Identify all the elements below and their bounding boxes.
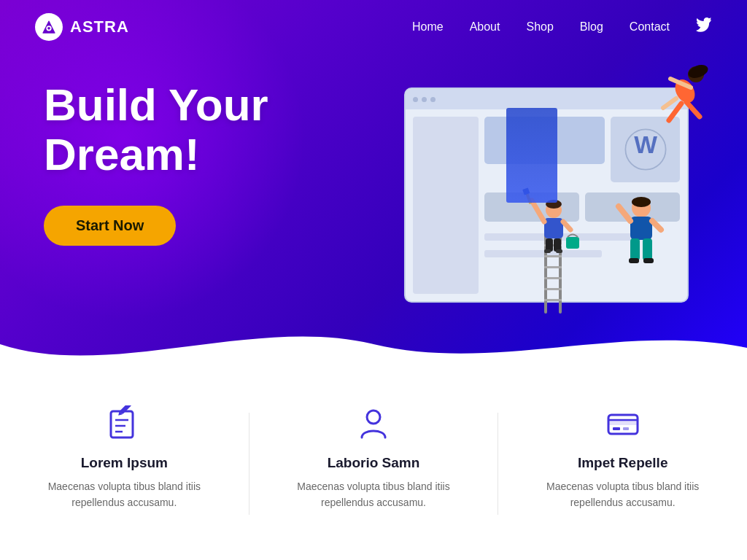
svg-line-39 [686,102,700,117]
svg-rect-11 [544,288,562,290]
svg-text:W: W [634,131,657,158]
svg-rect-51 [613,427,620,430]
svg-rect-20 [566,237,579,249]
feature-1-desc: Maecenas volupta tibus bland itiis repel… [44,478,204,511]
logo[interactable]: ASTRA [35,13,129,41]
nav-blog[interactable]: Blog [580,20,603,34]
nav-home[interactable]: Home [412,20,444,34]
svg-rect-33 [643,258,654,263]
paint-area [506,108,557,203]
svg-line-17 [563,222,570,230]
twitter-icon[interactable] [696,18,712,37]
header: ASTRA Home About Shop Blog Contact [0,0,747,54]
svg-point-47 [367,411,380,424]
feature-3-title: Impet Repelle [578,455,668,471]
hero-section: ASTRA Home About Shop Blog Contact Build… [0,0,747,379]
feature-2-title: Laborio Samn [328,455,420,471]
svg-line-28 [619,206,630,221]
svg-rect-8 [544,255,562,257]
feature-1-title: Lorem Ipsum [81,455,168,471]
feature-item-3: Impet Repelle Maecenas volupta tibus bla… [498,405,747,511]
svg-rect-30 [630,238,640,260]
svg-line-40 [669,104,681,120]
svg-line-16 [532,201,544,222]
svg-rect-52 [623,427,629,430]
svg-point-2 [47,27,50,30]
main-nav: Home About Shop Blog Contact [412,18,712,37]
svg-rect-32 [629,258,639,263]
svg-point-26 [632,197,651,207]
right-figure [608,186,674,321]
user-icon [355,405,392,443]
feature-2-desc: Maecenas volupta tibus bland itiis repel… [293,478,454,511]
start-now-button[interactable]: Start Now [44,206,176,246]
svg-rect-9 [544,266,562,268]
svg-line-29 [652,221,661,230]
flying-figure [656,58,714,131]
logo-icon [35,13,63,41]
feature-3-desc: Maecenas volupta tibus bland itiis repel… [543,478,703,511]
hero-wave [0,315,747,379]
feature-item-2: Laborio Samn Maecenas volupta tibus blan… [249,405,498,511]
svg-rect-41 [111,411,133,438]
card-icon [604,405,642,443]
svg-rect-27 [630,217,652,240]
svg-rect-45 [120,405,132,414]
svg-rect-31 [643,238,652,260]
svg-rect-15 [544,218,563,238]
svg-rect-12 [544,299,562,301]
nav-shop[interactable]: Shop [526,20,553,34]
svg-rect-24 [556,249,562,253]
nav-about[interactable]: About [470,20,500,34]
edit-icon [105,405,143,443]
hero-content: Build Your Dream! Start Now [44,80,268,246]
hero-illustration: W [404,62,718,324]
hero-title: Build Your Dream! [44,80,268,179]
svg-line-38 [663,98,676,108]
logo-text: ASTRA [70,18,129,36]
svg-rect-10 [544,277,562,279]
feature-item-1: Lorem Ipsum Maecenas volupta tibus bland… [0,405,249,511]
nav-contact[interactable]: Contact [630,20,670,34]
svg-rect-23 [544,249,551,253]
features-section: Lorem Ipsum Maecenas volupta tibus bland… [0,379,747,560]
